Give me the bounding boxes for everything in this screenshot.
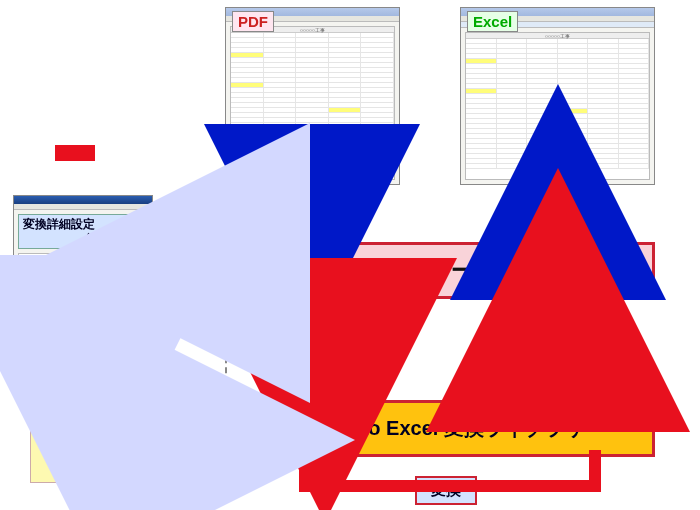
- note-fold-icon: [132, 405, 150, 423]
- apply-label: 適用: [190, 442, 220, 461]
- application-label: アプリケーション: [355, 257, 546, 283]
- note-sub: （複数作成可能）: [37, 452, 143, 465]
- application-box: アプリケーション: [245, 242, 655, 299]
- convert-label-box: 変換: [415, 476, 477, 505]
- settings-file-note: 変換詳細設定 ファイル （複数作成可能）: [30, 405, 150, 483]
- pdf-badge: PDF: [232, 11, 274, 32]
- excel-badge: Excel: [467, 11, 518, 32]
- red-bar-decoration: [55, 145, 95, 161]
- dialog-line2: ダイアログ: [23, 231, 143, 245]
- excel-thumbnail: ○○○○○工事 Excel: [460, 7, 655, 185]
- dialog-line1: 変換詳細設定: [23, 217, 95, 231]
- pdf-thumbnail: ○○○○○工事 PDF: [225, 7, 400, 185]
- settings-dialog-thumbnail: 変換詳細設定 ダイアログ: [13, 195, 153, 345]
- note-line2: ファイル: [37, 431, 143, 448]
- optional-label: （任意）: [158, 200, 218, 219]
- launch-label: 起動: [190, 286, 220, 305]
- note-line1: 変換詳細設定: [37, 414, 115, 429]
- library-box: PDF to Excel 変換ライブラリ: [245, 400, 655, 457]
- gen-change-label: 生成・変更: [38, 355, 113, 374]
- library-label: PDF to Excel 変換ライブラリ: [316, 417, 584, 439]
- convert-label: 変換: [431, 481, 461, 498]
- dashed-divider: [225, 195, 227, 495]
